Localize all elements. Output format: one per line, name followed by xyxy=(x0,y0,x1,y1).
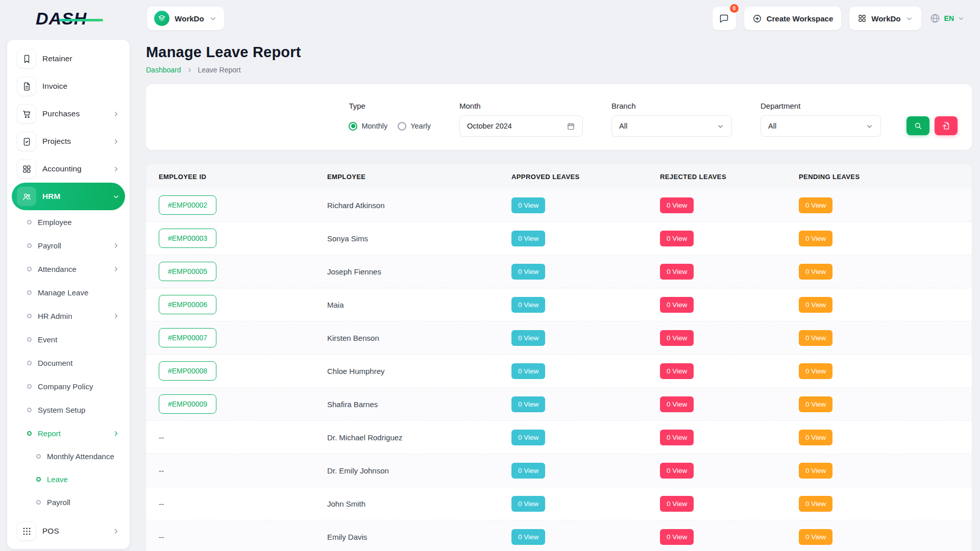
grid-icon xyxy=(857,14,867,23)
approved-view-button[interactable]: 0 View xyxy=(511,496,545,512)
rejected-view-button[interactable]: 0 View xyxy=(660,496,694,512)
pending-view-button[interactable]: 0 View xyxy=(799,430,832,445)
approved-view-button[interactable]: 0 View xyxy=(511,396,545,412)
sidebar-subitem-system-setup[interactable]: System Setup xyxy=(12,398,125,421)
approved-view-button[interactable]: 0 View xyxy=(511,463,545,479)
sidebar-item-retainer[interactable]: Retainer xyxy=(12,45,125,72)
rejected-view-button[interactable]: 0 View xyxy=(660,529,694,545)
rejected-view-button[interactable]: 0 View xyxy=(660,430,694,445)
create-workspace-button[interactable]: Create Workspace xyxy=(744,7,842,30)
sidebar-subitem-attendance[interactable]: Attendance xyxy=(12,257,125,281)
sidebar-subitem-employee[interactable]: Employee xyxy=(12,210,125,234)
approved-view-button[interactable]: 0 View xyxy=(511,297,545,313)
bullet-icon xyxy=(27,361,32,365)
employee-name: Joseph Fiennes xyxy=(314,267,499,276)
rejected-view-button[interactable]: 0 View xyxy=(660,396,694,412)
sidebar-subitem-hr-admin[interactable]: HR Admin xyxy=(12,304,125,328)
month-input[interactable]: October 2024 xyxy=(459,115,583,137)
approved-view-button[interactable]: 0 View xyxy=(511,430,545,445)
employee-id-badge[interactable]: #EMP00008 xyxy=(159,361,216,381)
pending-view-button[interactable]: 0 View xyxy=(799,363,832,379)
employee-id-badge[interactable]: #EMP00007 xyxy=(159,328,216,347)
pending-view-button[interactable]: 0 View xyxy=(799,529,832,545)
messages-button[interactable]: 0 xyxy=(713,7,736,30)
pending-view-button[interactable]: 0 View xyxy=(799,231,832,246)
employee-id-badge[interactable]: #EMP00005 xyxy=(159,262,216,281)
sidebar-item-pos[interactable]: POS xyxy=(12,517,125,545)
chevron-right-icon xyxy=(112,265,120,273)
approved-view-button[interactable]: 0 View xyxy=(511,264,545,280)
chevron-down-icon xyxy=(958,15,965,22)
type-label: Type xyxy=(349,102,431,110)
workdo-menu-button[interactable]: WorkDo xyxy=(849,7,921,30)
sidebar-subitem-report[interactable]: Report xyxy=(12,421,125,445)
employee-id-badge[interactable]: #EMP00003 xyxy=(159,229,216,248)
approved-view-button[interactable]: 0 View xyxy=(511,363,545,379)
approved-view-button[interactable]: 0 View xyxy=(511,197,545,213)
sidebar-subitem-document[interactable]: Document xyxy=(12,351,125,374)
pending-view-button[interactable]: 0 View xyxy=(799,264,832,280)
language-selector[interactable]: EN xyxy=(929,13,965,24)
search-icon xyxy=(914,121,922,130)
table-row: -- John Smith 0 View 0 View 0 View xyxy=(146,487,972,520)
rejected-view-button[interactable]: 0 View xyxy=(660,231,694,246)
export-button[interactable] xyxy=(935,116,958,135)
sidebar-subitem-manage-leave[interactable]: Manage Leave xyxy=(12,281,125,304)
radio-yearly[interactable]: Yearly xyxy=(398,122,431,131)
sidebar-subitem-payroll[interactable]: Payroll xyxy=(12,491,125,514)
filter-card: Type Monthly Yearly Month October 2024 B… xyxy=(146,84,972,150)
pending-view-button[interactable]: 0 View xyxy=(799,463,832,479)
approved-view-button[interactable]: 0 View xyxy=(511,529,545,545)
rejected-view-button[interactable]: 0 View xyxy=(660,463,694,479)
approved-view-button[interactable]: 0 View xyxy=(511,330,545,346)
rejected-view-button[interactable]: 0 View xyxy=(660,297,694,313)
col-employee-id: EMPLOYEE ID xyxy=(146,173,314,181)
radio-yearly-control xyxy=(398,122,406,131)
sidebar-subitem-leave[interactable]: Leave xyxy=(12,468,125,491)
main-content: Manage Leave Report Dashboard Leave Repo… xyxy=(146,37,980,551)
chevron-down-icon xyxy=(209,15,217,22)
rejected-view-button[interactable]: 0 View xyxy=(660,197,694,213)
pending-view-button[interactable]: 0 View xyxy=(799,297,832,313)
sidebar-subitem-company-policy[interactable]: Company Policy xyxy=(12,374,125,398)
col-approved-leaves: APPROVED LEAVES xyxy=(499,173,647,181)
breadcrumb-dashboard[interactable]: Dashboard xyxy=(146,66,181,74)
chevron-down-icon xyxy=(866,122,873,130)
pending-view-button[interactable]: 0 View xyxy=(799,330,832,346)
sidebar-subitem-event[interactable]: Event xyxy=(12,328,125,351)
rejected-view-button[interactable]: 0 View xyxy=(660,264,694,280)
search-button[interactable] xyxy=(906,116,929,135)
approved-view-button[interactable]: 0 View xyxy=(511,231,545,246)
app-logo[interactable]: DASH xyxy=(36,9,92,29)
employee-id-badge[interactable]: #EMP00002 xyxy=(159,195,216,215)
pending-view-button[interactable]: 0 View xyxy=(799,496,832,512)
table-row: #EMP00007 Kirsten Benson 0 View 0 View 0… xyxy=(146,321,972,355)
rejected-view-button[interactable]: 0 View xyxy=(660,330,694,346)
sidebar-item-invoice[interactable]: Invoice xyxy=(12,72,125,100)
radio-monthly[interactable]: Monthly xyxy=(349,122,387,131)
sidebar-item-purchases[interactable]: Purchases xyxy=(12,100,125,128)
employee-id-empty: -- xyxy=(159,466,164,475)
chevron-right-icon xyxy=(186,67,193,73)
workspace-selector[interactable]: WorkDo xyxy=(147,7,224,30)
rejected-view-button[interactable]: 0 View xyxy=(660,363,694,379)
employee-id-badge[interactable]: #EMP00006 xyxy=(159,295,216,314)
accounting-icon xyxy=(17,159,36,179)
sidebar-item-projects[interactable]: Projects xyxy=(12,128,125,155)
department-select[interactable]: All xyxy=(761,115,881,137)
bullet-icon xyxy=(27,384,32,389)
branch-select[interactable]: All xyxy=(611,115,732,137)
pending-view-button[interactable]: 0 View xyxy=(799,197,832,213)
sidebar-subitem-payroll[interactable]: Payroll xyxy=(12,234,125,257)
sidebar-item-hrm[interactable]: HRM xyxy=(12,183,125,210)
sidebar-subitem-monthly-attendance[interactable]: Monthly Attendance xyxy=(12,445,125,468)
bullet-icon xyxy=(27,314,32,318)
table-body: #EMP00002 Richard Atkinson 0 View 0 View… xyxy=(146,189,972,551)
employee-id-badge[interactable]: #EMP00009 xyxy=(159,394,216,414)
chevron-right-icon xyxy=(112,138,120,145)
table-row: -- Dr. Michael Rodriguez 0 View 0 View 0… xyxy=(146,421,972,454)
chevron-right-icon xyxy=(112,312,120,320)
sidebar-item-accounting[interactable]: Accounting xyxy=(12,155,125,183)
filter-actions xyxy=(906,116,958,137)
pending-view-button[interactable]: 0 View xyxy=(799,396,832,412)
